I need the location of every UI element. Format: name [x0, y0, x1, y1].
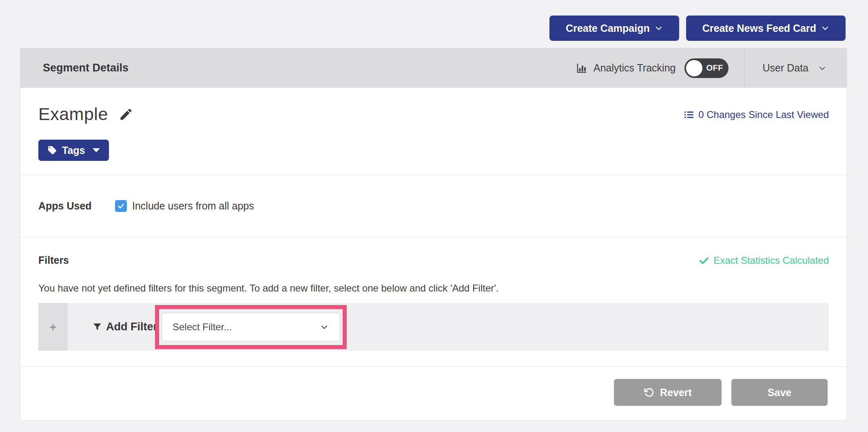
list-icon: [684, 109, 694, 120]
toggle-state-label: OFF: [706, 63, 723, 73]
add-filter-label-group: Add Filter: [92, 303, 157, 351]
chevron-down-icon: [818, 64, 826, 72]
caret-down-icon: [93, 148, 100, 152]
create-news-feed-card-label: Create News Feed Card: [702, 22, 816, 34]
segment-details-page: Create Campaign Create News Feed Card Se…: [0, 0, 868, 432]
apps-used-section: Apps Used Include users from all apps: [20, 175, 847, 237]
checkbox-checked-icon[interactable]: [115, 200, 127, 212]
analytics-tracking-toggle[interactable]: OFF: [684, 58, 728, 78]
analytics-tracking-label: Analytics Tracking: [593, 62, 675, 74]
segment-name: Example: [38, 104, 108, 124]
edit-name-button[interactable]: [119, 107, 133, 122]
add-filter-plus-button[interactable]: +: [38, 303, 68, 351]
pencil-icon: [119, 107, 133, 122]
revert-button-label: Revert: [660, 387, 692, 399]
select-filter-value: Select Filter...: [173, 321, 232, 333]
annotation-highlight: Select Filter...: [155, 305, 347, 349]
header-controls: Analytics Tracking OFF User Data: [571, 48, 847, 88]
revert-button[interactable]: Revert: [614, 379, 722, 406]
revert-icon: [644, 387, 654, 398]
exact-statistics-label: Exact Statistics Calculated: [713, 255, 829, 266]
bar-chart-icon: [576, 62, 588, 74]
exact-statistics-badge: Exact Statistics Calculated: [699, 255, 829, 266]
segment-title-section: Example 0 Changes Since Last Viewed: [20, 88, 847, 175]
toggle-knob: [686, 60, 702, 76]
save-button-label: Save: [768, 387, 791, 399]
tags-button[interactable]: Tags: [38, 140, 109, 161]
filters-instruction-text: You have not yet defined filters for thi…: [38, 283, 829, 294]
chevron-down-icon: [821, 24, 829, 32]
create-campaign-button[interactable]: Create Campaign: [549, 16, 679, 41]
create-news-feed-card-button[interactable]: Create News Feed Card: [686, 16, 846, 41]
check-icon: [699, 255, 709, 266]
select-filter-dropdown[interactable]: Select Filter...: [162, 313, 340, 341]
page-title: Segment Details: [20, 62, 128, 74]
card-header-bar: Segment Details Analytics Tracking OFF: [20, 48, 847, 88]
funnel-icon: [92, 322, 102, 332]
tags-button-label: Tags: [62, 145, 85, 156]
add-filter-row: + Add Filter Select Filter...: [38, 303, 829, 351]
filters-heading: Filters: [38, 254, 69, 266]
user-data-dropdown[interactable]: User Data: [744, 48, 847, 88]
analytics-tracking-group: Analytics Tracking OFF: [571, 48, 744, 88]
create-campaign-label: Create Campaign: [566, 22, 650, 34]
user-data-label: User Data: [762, 62, 808, 74]
segment-details-card: Segment Details Analytics Tracking OFF: [20, 48, 847, 421]
tag-icon: [47, 145, 57, 155]
add-filter-label: Add Filter: [106, 321, 157, 333]
plus-icon: +: [49, 320, 57, 334]
top-action-bar: Create Campaign Create News Feed Card: [549, 16, 846, 41]
filters-section: Filters Exact Statistics Calculated You …: [20, 237, 847, 367]
chevron-down-icon: [655, 24, 663, 32]
include-all-apps-option[interactable]: Include users from all apps: [115, 200, 254, 212]
chevron-down-icon: [319, 322, 329, 332]
footer-actions: Revert Save: [20, 367, 847, 406]
save-button[interactable]: Save: [731, 379, 828, 406]
include-all-apps-label: Include users from all apps: [132, 200, 254, 212]
apps-used-label: Apps Used: [38, 200, 115, 212]
changes-link-label: 0 Changes Since Last Viewed: [698, 109, 829, 120]
changes-since-last-viewed-link[interactable]: 0 Changes Since Last Viewed: [684, 109, 829, 120]
